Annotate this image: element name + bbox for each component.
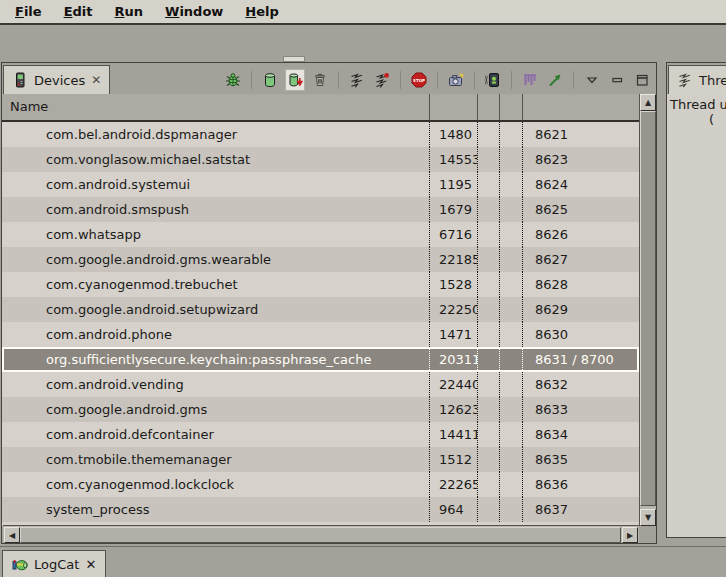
menu-item-file[interactable]: File bbox=[4, 4, 53, 19]
minimize-icon[interactable] bbox=[607, 69, 627, 91]
process-row[interactable]: com.android.systemui 1195 8624 bbox=[2, 172, 639, 197]
phone-icon bbox=[12, 72, 28, 88]
process-heap-cell bbox=[478, 147, 500, 172]
main-toolbar-strip bbox=[0, 27, 726, 62]
menu-item-run[interactable]: Run bbox=[104, 4, 155, 19]
process-row[interactable]: org.sufficientlysecure.keychain:passphra… bbox=[2, 347, 639, 372]
process-heap-cell bbox=[478, 122, 500, 147]
toolbar-separator bbox=[474, 71, 475, 89]
process-row[interactable]: com.google.android.gms 12623 8633 bbox=[2, 397, 639, 422]
scroll-down-button[interactable]: ▼ bbox=[640, 509, 656, 526]
tab-logcat[interactable]: LogCat ✕ bbox=[2, 550, 106, 577]
dump-hprof-icon[interactable] bbox=[285, 69, 305, 91]
process-pid-cell: 1480 bbox=[430, 122, 478, 147]
process-name-cell: com.google.android.gms.wearable bbox=[2, 247, 430, 272]
process-row[interactable]: com.whatsapp 6716 8626 bbox=[2, 222, 639, 247]
cause-gc-icon[interactable] bbox=[310, 69, 330, 91]
update-threads-icon[interactable] bbox=[347, 69, 367, 91]
toolbar-separator bbox=[511, 71, 512, 89]
column-header-pid[interactable] bbox=[430, 94, 478, 120]
update-threads-red-icon[interactable] bbox=[372, 69, 392, 91]
process-thread-cell bbox=[500, 472, 523, 497]
scroll-up-button[interactable]: ▲ bbox=[640, 94, 656, 111]
threads-tabbar: Threads bbox=[667, 63, 726, 94]
process-pid-cell: 1195 bbox=[430, 172, 478, 197]
scroll-left-button[interactable]: ◀ bbox=[4, 527, 20, 543]
process-port-cell: 8629 bbox=[523, 297, 639, 322]
panel-sash[interactable] bbox=[657, 62, 666, 544]
process-heap-cell bbox=[478, 422, 500, 447]
process-heap-cell bbox=[478, 447, 500, 472]
maximize-icon[interactable] bbox=[632, 69, 652, 91]
tab-devices[interactable]: Devices ✕ bbox=[3, 65, 110, 94]
process-port-cell: 8625 bbox=[523, 197, 639, 222]
logcat-icon bbox=[12, 557, 28, 573]
process-row[interactable]: com.google.android.setupwizard 22250 862… bbox=[2, 297, 639, 322]
menu-item-window[interactable]: Window bbox=[154, 4, 234, 19]
menu-bar: FileEditRunWindowHelp bbox=[0, 0, 726, 25]
process-heap-cell bbox=[478, 347, 500, 372]
process-name-cell: com.bel.android.dspmanager bbox=[2, 122, 430, 147]
process-row[interactable]: com.android.defcontainer 14411 8634 bbox=[2, 422, 639, 447]
process-thread-cell bbox=[500, 447, 523, 472]
process-name-cell: com.google.android.gms bbox=[2, 397, 430, 422]
debug-icon[interactable] bbox=[223, 69, 243, 91]
threads-message: Thread up ( bbox=[667, 94, 726, 537]
process-port-cell: 8634 bbox=[523, 422, 639, 447]
menu-item-edit[interactable]: Edit bbox=[53, 4, 104, 19]
process-name-cell: com.android.defcontainer bbox=[2, 422, 430, 447]
horizontal-scrollbar-thumb[interactable] bbox=[20, 527, 621, 543]
method-profiling-icon[interactable] bbox=[520, 69, 540, 91]
process-heap-cell bbox=[478, 197, 500, 222]
process-heap-cell bbox=[478, 322, 500, 347]
process-name-cell: com.android.systemui bbox=[2, 172, 430, 197]
tab-logcat-label: LogCat bbox=[34, 557, 79, 572]
process-row[interactable]: com.android.phone 1471 8630 bbox=[2, 322, 639, 347]
column-header-threads[interactable] bbox=[500, 94, 523, 120]
column-header-heap[interactable] bbox=[478, 94, 500, 120]
process-row[interactable]: com.android.vending 22440 8632 bbox=[2, 372, 639, 397]
process-port-cell: 8637 bbox=[523, 497, 639, 522]
vertical-scrollbar[interactable]: ▲ ▼ bbox=[639, 94, 656, 526]
process-heap-cell bbox=[478, 372, 500, 397]
menu-item-help[interactable]: Help bbox=[234, 4, 289, 19]
process-port-cell: 8626 bbox=[523, 222, 639, 247]
process-name-cell: system_process bbox=[2, 497, 430, 522]
tab-threads[interactable]: Threads bbox=[668, 65, 726, 94]
svg-text:STOP: STOP bbox=[413, 78, 425, 83]
process-pid-cell: 1679 bbox=[430, 197, 478, 222]
close-icon[interactable]: ✕ bbox=[91, 74, 101, 86]
scroll-right-button[interactable]: ▶ bbox=[622, 527, 638, 543]
process-heap-cell bbox=[478, 222, 500, 247]
start-profiling-icon[interactable] bbox=[545, 69, 565, 91]
process-name-cell: com.whatsapp bbox=[2, 222, 430, 247]
process-port-cell: 8631 / 8700 bbox=[523, 347, 639, 372]
screen-capture-icon[interactable] bbox=[446, 69, 466, 91]
process-heap-cell bbox=[478, 272, 500, 297]
screen-record-icon[interactable] bbox=[483, 69, 503, 91]
process-row[interactable]: com.android.smspush 1679 8625 bbox=[2, 197, 639, 222]
process-thread-cell bbox=[500, 122, 523, 147]
process-thread-cell bbox=[500, 197, 523, 222]
process-pid-cell: 22265 bbox=[430, 472, 478, 497]
tab-threads-label: Threads bbox=[699, 73, 726, 88]
process-row[interactable]: com.vonglasow.michael.satstat 14553 8623 bbox=[2, 147, 639, 172]
process-pid-cell: 1471 bbox=[430, 322, 478, 347]
stop-process-icon[interactable]: STOP bbox=[409, 69, 429, 91]
process-row[interactable]: com.google.android.gms.wearable 22185 86… bbox=[2, 247, 639, 272]
process-row[interactable]: com.cyanogenmod.lockclock 22265 8636 bbox=[2, 472, 639, 497]
process-name-cell: com.vonglasow.michael.satstat bbox=[2, 147, 430, 172]
view-menu-icon[interactable] bbox=[582, 69, 602, 91]
horizontal-scrollbar[interactable]: ◀ ▶ bbox=[3, 525, 639, 543]
logcat-view-tabbar: LogCat ✕ bbox=[0, 546, 726, 577]
close-icon[interactable]: ✕ bbox=[85, 557, 96, 572]
process-row[interactable]: com.bel.android.dspmanager 1480 8621 bbox=[2, 122, 639, 147]
vertical-scrollbar-thumb[interactable] bbox=[640, 111, 656, 506]
process-name-cell: com.cyanogenmod.lockclock bbox=[2, 472, 430, 497]
process-row[interactable]: system_process 964 8637 bbox=[2, 497, 639, 522]
process-row[interactable]: com.cyanogenmod.trebuchet 1528 8628 bbox=[2, 272, 639, 297]
update-heap-icon[interactable] bbox=[260, 69, 280, 91]
column-header-port[interactable] bbox=[523, 94, 639, 120]
column-header-name[interactable]: Name bbox=[2, 94, 430, 120]
process-row[interactable]: com.tmobile.thememanager 1512 8635 bbox=[2, 447, 639, 472]
